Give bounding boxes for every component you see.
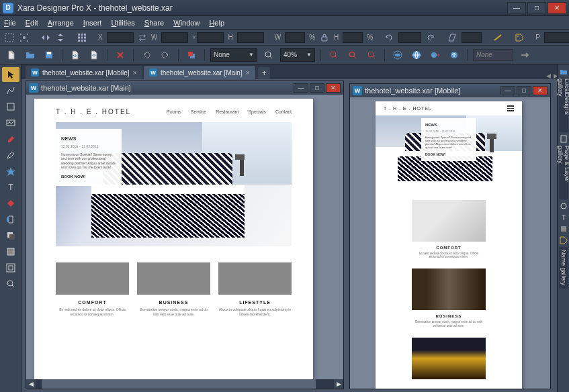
y-field[interactable] <box>197 32 224 43</box>
menu-utilities[interactable]: Utilities <box>111 19 134 27</box>
scroll-left-icon[interactable]: ◀ <box>26 379 36 389</box>
w-field[interactable] <box>161 32 188 43</box>
menu-arrange[interactable]: Arrange <box>48 19 74 27</box>
menu-edit[interactable]: Edit <box>26 19 38 27</box>
import-icon[interactable] <box>68 48 83 62</box>
swap-xy-icon[interactable] <box>138 31 147 44</box>
card-comfort: COMFORT Eu velit sed ea dolore sit dolor… <box>412 200 486 260</box>
gallery-misc-icon-1[interactable] <box>559 201 568 211</box>
zoom-drawing-icon[interactable] <box>345 48 360 62</box>
transparency-tool[interactable] <box>2 212 19 227</box>
h-field[interactable] <box>237 32 264 43</box>
grid-3x3-icon[interactable] <box>77 31 87 44</box>
freehand-tool[interactable] <box>2 83 19 98</box>
webtype-badge-icon: W <box>353 86 362 95</box>
window-minimize-button[interactable]: — <box>507 2 526 14</box>
page-mobile[interactable]: T . H . E . HOTEL NEWS 12.02.2016 – 21.0… <box>376 101 522 389</box>
selection-bounds-icon[interactable] <box>4 31 15 44</box>
bevel-tool[interactable] <box>2 244 19 259</box>
photo-tool[interactable] <box>2 115 19 130</box>
doc-minimize-button[interactable]: — <box>500 86 515 95</box>
lock-aspect-icon[interactable] <box>319 31 330 44</box>
doc-maximize-button[interactable]: □ <box>310 83 324 93</box>
contour-tool[interactable] <box>2 260 19 275</box>
close-tab-icon[interactable]: × <box>246 68 250 77</box>
menu-help[interactable]: Help <box>209 19 224 27</box>
h-pct-field[interactable] <box>343 32 363 43</box>
gallery-page-icon[interactable] <box>559 134 568 144</box>
doc-close-button[interactable]: ✕ <box>326 83 341 93</box>
rotate-ccw-icon[interactable] <box>384 31 394 44</box>
quickshape-tool[interactable] <box>2 164 19 179</box>
pen-tool[interactable] <box>2 148 19 162</box>
export-icon[interactable] <box>87 48 101 62</box>
publish-icon[interactable] <box>447 48 462 62</box>
shape-tool[interactable] <box>2 99 19 114</box>
doc-maximize-button[interactable]: □ <box>517 86 531 95</box>
open-document-icon[interactable] <box>23 48 38 62</box>
window-close-button[interactable]: ✕ <box>548 2 566 14</box>
doc-minimize-button[interactable]: — <box>294 83 308 93</box>
close-tab-icon[interactable]: × <box>133 68 137 77</box>
gallery-tag-icon[interactable] <box>559 236 568 245</box>
gallery-tab-pagelayer[interactable]: Page & Layer gallery <box>559 146 568 199</box>
gallery-tab-name[interactable]: Name gallery <box>559 247 568 289</box>
selector-tool[interactable] <box>2 67 19 82</box>
document-tab-main[interactable]: W thehotel_website.xar [Main] × <box>144 66 255 79</box>
zoom-dropdown[interactable]: 40%▼ <box>280 48 315 62</box>
zoom-tool[interactable] <box>2 277 19 291</box>
horizontal-scrollbar[interactable]: ◀ ▶ <box>26 379 343 389</box>
gallery-text-icon[interactable]: T <box>559 213 568 222</box>
menu-share[interactable]: Share <box>144 19 164 27</box>
delete-icon[interactable] <box>113 48 128 62</box>
names-icon[interactable] <box>514 31 525 44</box>
scroll-right-icon[interactable]: ▶ <box>334 379 343 389</box>
p-field[interactable] <box>544 32 569 43</box>
scale-lines-icon[interactable] <box>492 31 503 44</box>
page-main[interactable]: T . H . E . HOTEL Rooms Service Restaura… <box>34 99 313 379</box>
gallery-tab-localdesigns[interactable]: LocalDesigns gallery <box>559 79 568 132</box>
h-label: H <box>228 34 232 41</box>
document-titlebar[interactable]: W thehotel_website.xar [Main] — □ ✕ <box>26 81 343 95</box>
tab-scroll-left-icon[interactable]: ◀ <box>546 72 551 79</box>
new-tab-button[interactable]: + <box>258 67 270 79</box>
zoom-page-icon[interactable] <box>364 48 379 62</box>
save-document-icon[interactable] <box>42 48 56 62</box>
menu-insert[interactable]: Insert <box>83 19 102 27</box>
window-maximize-button[interactable]: □ <box>527 2 546 14</box>
shadow-tool[interactable] <box>2 228 19 243</box>
skew-icon[interactable] <box>447 31 457 44</box>
undo-icon[interactable] <box>139 48 154 62</box>
preview-website-icon[interactable] <box>409 48 424 62</box>
colorpicker-icon[interactable] <box>184 48 199 62</box>
preview-page-icon[interactable] <box>390 48 405 62</box>
doc-close-button[interactable]: ✕ <box>533 86 548 95</box>
zoom-icon[interactable] <box>261 48 276 62</box>
w-pct-field[interactable] <box>285 32 305 43</box>
skew-field[interactable] <box>462 32 482 43</box>
document-titlebar[interactable]: W thehotel_website.xar [Mobile] — □ ✕ <box>350 84 550 97</box>
eraser-tool[interactable] <box>2 132 19 146</box>
fill-dropdown[interactable]: None▼ <box>210 48 257 62</box>
new-document-icon[interactable] <box>4 48 19 62</box>
rotate-cw-icon[interactable] <box>425 31 436 44</box>
apply-name-icon[interactable] <box>517 48 532 62</box>
export-website-icon[interactable] <box>428 48 443 62</box>
flip-vertical-icon[interactable] <box>55 31 66 44</box>
redo-icon[interactable] <box>158 48 173 62</box>
gallery-folder-icon[interactable] <box>559 67 568 77</box>
x-field[interactable] <box>107 32 134 43</box>
text-tool[interactable]: T <box>2 180 19 195</box>
fill-tool[interactable] <box>2 196 19 211</box>
zoom-previous-icon[interactable] <box>326 48 341 62</box>
flip-horizontal-icon[interactable] <box>40 31 51 44</box>
menu-window[interactable]: Window <box>173 19 200 27</box>
transform-origin-icon[interactable] <box>19 31 30 44</box>
rotate-field[interactable] <box>398 32 421 43</box>
document-canvas[interactable]: T . H . E . HOTEL Rooms Service Restaura… <box>26 95 343 379</box>
document-tab-mobile[interactable]: W thehotel_website.xar [Mobile] × <box>26 66 142 79</box>
gallery-misc-icon-2[interactable] <box>559 224 568 234</box>
names-field[interactable]: None <box>473 49 513 61</box>
document-canvas[interactable]: T . H . E . HOTEL NEWS 12.02.2016 – 21.0… <box>350 97 550 389</box>
menu-file[interactable]: File <box>4 19 16 27</box>
